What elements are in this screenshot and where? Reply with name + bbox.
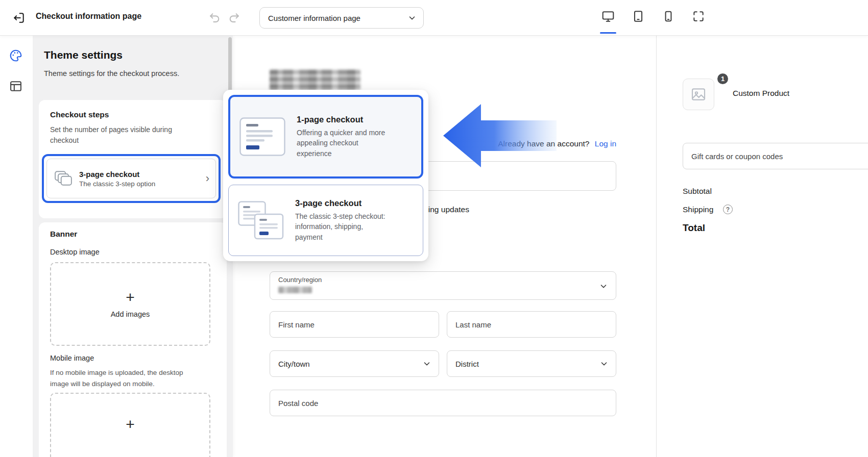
login-link[interactable]: Log in [595,139,616,148]
editor-nav-rail [0,36,33,457]
theme-settings-panel: Theme settings Theme settings for the ch… [33,36,233,457]
page-selector-dropdown[interactable]: Customer information page [259,7,424,29]
desktop-image-label: Desktop image [50,248,100,256]
login-prompt-row: Already have an account? Log in [423,139,616,148]
desktop-view-button[interactable] [601,10,615,23]
total-label: Total [683,222,705,234]
checkout-steps-popup: 1-page checkout Offering a quicker and m… [223,90,428,261]
device-preview-switcher [601,10,705,23]
exit-icon [12,11,27,24]
image-placeholder-icon [690,86,707,103]
chevron-right-icon: › [206,172,209,185]
undo-icon [208,11,222,24]
fullscreen-icon [692,10,705,23]
add-images-label: Add images [111,310,150,318]
option-1-page-checkout[interactable]: 1-page checkout Offering a quicker and m… [228,95,423,179]
checkout-steps-description: Set the number of pages visible during c… [50,124,185,146]
plus-icon: + [126,417,135,432]
selected-option-description: The classic 3-step option [79,180,199,188]
palette-icon [9,48,24,63]
fullscreen-button[interactable] [692,10,705,23]
checkout-steps-card: Checkout steps Set the number of pages v… [39,100,227,218]
summary-divider [656,36,657,457]
selected-option-texts: 3-page checkout The classic 3-step optio… [79,170,199,188]
three-page-illustration-icon [238,201,284,240]
option-description: The classic 3-step checkout: information… [295,211,387,242]
product-name: Custom Product [733,89,789,98]
option-3-page-checkout[interactable]: 3-page checkout The classic 3-step check… [228,185,423,256]
first-name-input[interactable] [270,311,439,338]
redo-icon [228,11,242,24]
sidebar-scrollbar[interactable] [228,37,232,93]
last-name-input[interactable] [447,311,616,338]
chevron-down-icon [407,13,417,22]
plus-icon: + [126,290,135,305]
active-device-indicator [600,32,616,34]
city-select-value: City/town [278,360,310,368]
tablet-view-button[interactable] [632,10,645,23]
tablet-icon [632,10,645,23]
option-label: 1-page checkout [297,115,389,124]
chevron-down-icon [599,359,609,368]
district-select-value: District [455,360,479,368]
checkout-editor: Checkout information page Customer infor… [0,0,868,457]
panel-title: Theme settings [44,49,123,61]
city-select[interactable]: City/town [270,350,439,377]
checkout-steps-heading: Checkout steps [50,110,109,119]
panel-subtitle: Theme settings for the checkout process. [44,69,179,78]
mobile-icon [662,10,675,23]
sections-layout-icon [9,79,24,93]
shipping-help-icon[interactable]: ? [723,205,733,214]
option-description: Offering a quicker and more appealing ch… [297,128,389,159]
chevron-down-icon [422,359,431,368]
postal-code-input[interactable] [270,390,616,416]
login-prompt: Already have an account? [498,139,589,148]
nav-theme-settings[interactable] [9,48,24,63]
store-logo-redacted [270,69,360,92]
one-page-illustration-icon [239,117,285,156]
redo-button[interactable] [228,11,242,24]
banner-heading: Banner [50,230,77,239]
mobile-image-upload[interactable]: + [50,393,210,457]
page-title: Checkout information page [36,12,141,21]
exit-editor-button[interactable] [12,11,27,25]
stacked-pages-icon [54,170,73,187]
country-value-redacted [278,287,312,293]
gift-card-input[interactable] [683,143,868,169]
order-summary: 1 Custom Product Subtotal Shipping ? Tot… [657,36,868,457]
quantity-badge: 1 [716,72,729,85]
option-texts: 3-page checkout The classic 3-step check… [295,198,387,242]
mobile-view-button[interactable] [662,10,675,23]
mobile-image-label: Mobile image [50,354,94,362]
banner-card: Banner Desktop image + Add images Mobile… [39,222,227,457]
desktop-image-upload[interactable]: + Add images [50,262,210,346]
nav-sections[interactable] [9,79,24,94]
option-label: 3-page checkout [295,198,387,208]
product-thumbnail [683,79,714,110]
subtotal-label: Subtotal [683,187,712,196]
topbar: Checkout information page Customer infor… [0,0,868,36]
district-select[interactable]: District [447,350,616,377]
shipping-label: Shipping [683,205,713,214]
mobile-image-note: If no mobile image is uploaded, the desk… [50,367,193,389]
selected-option-label: 3-page checkout [79,170,199,179]
checkout-steps-selector[interactable]: 3-page checkout The classic 3-step optio… [42,154,221,203]
option-texts: 1-page checkout Offering a quicker and m… [297,115,389,159]
country-select-label: Country/region [278,276,322,284]
undo-button[interactable] [208,11,222,24]
chevron-down-icon [599,282,608,291]
desktop-icon [601,10,615,23]
country-select[interactable]: Country/region [270,271,616,300]
checkout-steps-current-option: 3-page checkout The classic 3-step optio… [46,159,216,198]
page-selector-value: Customer information page [268,14,360,22]
